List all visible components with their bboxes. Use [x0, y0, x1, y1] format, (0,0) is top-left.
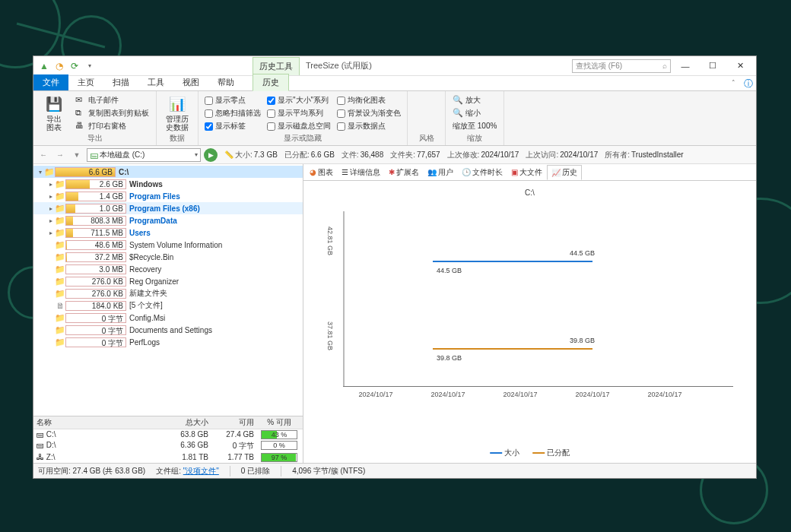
tab-users[interactable]: 👥用户 [424, 166, 457, 179]
tree-row[interactable]: 📁48.6 MBSystem Volume Information [33, 239, 303, 251]
twisty-icon[interactable]: ▸ [47, 193, 55, 200]
twisty-icon[interactable]: ▸ [47, 205, 55, 212]
tree-row[interactable]: ▸📁1.0 GBProgram Files (x86) [33, 202, 303, 214]
ext-icon: ✱ [389, 168, 395, 176]
email-button[interactable]: ✉电子邮件 [73, 94, 151, 106]
tab-extensions[interactable]: ✱扩展名 [385, 166, 423, 179]
ck-bg-gradient[interactable]: 背景设为渐变色 [335, 107, 402, 119]
refresh-icon[interactable]: ⟳ [68, 60, 81, 72]
tab-bigfiles[interactable]: ▣大文件 [507, 166, 546, 179]
tree-row[interactable]: 📁37.2 MB$Recycle.Bin [33, 251, 303, 263]
maximize-button[interactable]: ☐ [700, 58, 726, 74]
tab-history-detail[interactable]: 📈历史 [547, 165, 582, 180]
x-tick: 2024/10/17 [430, 391, 465, 398]
tree-item-name: PerfLogs [129, 338, 160, 347]
ck-show-labels[interactable]: 显示标签 [203, 120, 262, 132]
ck-equalize[interactable]: 均衡化图表 [335, 94, 402, 106]
export-chart-button[interactable]: 💾 导出 图表 [38, 93, 70, 131]
search-options-input[interactable]: 查找选项 (F6) ⌕ [572, 59, 671, 73]
tree-row[interactable]: ▸📁2.6 GBWindows [33, 178, 303, 190]
app-window: ▲ ◔ ⟳ ▾ 历史工具 TreeSize (试用版) 查找选项 (F6) ⌕ … [33, 55, 757, 479]
close-button[interactable]: ✕ [727, 58, 753, 74]
tab-chart[interactable]: ◕图表 [306, 166, 337, 179]
ribbon-group-zoom: 🔍放大 🔍缩小 缩放至 100% 缩放 [446, 91, 504, 145]
ck-show-points[interactable]: 显示数据点 [335, 120, 402, 132]
tab-history[interactable]: 历史 [253, 74, 289, 91]
tab-details[interactable]: ☰详细信息 [338, 166, 384, 179]
status-filter-link[interactable]: "没项文件" [183, 467, 219, 475]
tree-row[interactable]: 🗎184.0 KB[5 个文件] [33, 299, 303, 312]
drive-icon: 🖴 [37, 430, 44, 439]
tree-row[interactable]: 📁0 字节Config.Msi [33, 312, 303, 324]
series-size-line [433, 261, 592, 262]
ck-ignore-filter[interactable]: 忽略扫描筛选 [203, 107, 262, 119]
stat-accessed: 上次访问:2024/10/17 [526, 150, 598, 160]
print-button[interactable]: 🖶打印右窗格 [73, 120, 151, 132]
status-cluster: 4,096 字节/簇 (NTFS) [292, 466, 365, 477]
stat-modified: 上次修改:2024/10/17 [447, 150, 519, 160]
nav-fwd-button[interactable]: → [53, 148, 67, 162]
tab-ages[interactable]: 🕒文件时长 [458, 166, 507, 179]
tree-item-name: 新建文件夹 [129, 288, 167, 299]
ribbon-tabs: 文件 主页 扫描 工具 视图 帮助 历史 ˄ ⓘ [33, 76, 756, 91]
size-bar: 2.6 GB [65, 179, 126, 189]
tab-file[interactable]: 文件 [33, 74, 68, 90]
drive-row[interactable]: 🖴 C:\63.8 GB27.4 GB43 % [33, 429, 303, 440]
manage-history-button[interactable]: 📊 管理历 史数据 [161, 93, 193, 131]
ck-show-total[interactable]: 显示磁盘总空间 [265, 120, 332, 132]
tree-item-name: System Volume Information [129, 241, 222, 249]
chart-icon: 📊 [167, 94, 187, 114]
y-tick-upper: 42.81 GB [326, 226, 334, 255]
tab-help[interactable]: 帮助 [208, 74, 243, 90]
nav-back-button[interactable]: ← [37, 148, 50, 162]
zoom-in-button[interactable]: 🔍放大 [450, 94, 499, 106]
tab-home[interactable]: 主页 [68, 74, 103, 90]
tree-row[interactable]: 📁276.0 KB新建文件夹 [33, 287, 303, 299]
nav-bar: ← → ▼ 🖴 本地磁盘 (C:) ▾ ▶ 📏大小:7.3 GB 已分配:6.6… [33, 146, 756, 164]
zoom-fit-button[interactable]: 缩放至 100% [450, 120, 499, 132]
folder-icon: 📁 [55, 325, 65, 335]
folder-tree[interactable]: ▾📁6.6 GBC:\▸📁2.6 GBWindows▸📁1.4 GBProgra… [33, 164, 303, 416]
tab-scan[interactable]: 扫描 [103, 74, 138, 90]
tree-row[interactable]: 📁276.0 KBReg Organizer [33, 275, 303, 287]
nav-up-button[interactable]: ▼ [70, 148, 84, 162]
ck-show-avg[interactable]: 显示平均系列 [265, 107, 332, 119]
x-tick: 2024/10/17 [647, 391, 681, 398]
tree-row[interactable]: 📁0 字节Documents and Settings [33, 324, 303, 336]
path-input[interactable]: 🖴 本地磁盘 (C:) ▾ [87, 148, 201, 162]
tree-row[interactable]: ▾📁6.6 GBC:\ [33, 166, 303, 178]
drive-row[interactable]: 🖧 Z:\1.81 TB1.77 TB97 % [33, 452, 303, 463]
collapse-ribbon-icon[interactable]: ˄ [732, 79, 742, 90]
tree-row[interactable]: ▸📁1.4 GBProgram Files [33, 190, 303, 202]
tree-row[interactable]: 📁3.0 MBRecovery [33, 263, 303, 275]
twisty-icon[interactable]: ▸ [47, 230, 55, 236]
context-tab-history-tools[interactable]: 历史工具 [253, 57, 300, 75]
twisty-icon[interactable]: ▾ [37, 169, 44, 176]
folder-icon: 📁 [55, 337, 65, 347]
twisty-icon[interactable]: ▸ [47, 181, 55, 188]
twisty-icon[interactable]: ▸ [47, 217, 55, 224]
drive-row[interactable]: 🖴 D:\6.36 GB0 字节0 % [33, 440, 303, 452]
tree-row[interactable]: 📁0 字节PerfLogs [33, 336, 303, 348]
quick-access-toolbar: ▲ ◔ ⟳ ▾ [33, 60, 100, 72]
zoom-out-button[interactable]: 🔍缩小 [450, 107, 499, 119]
copy-chart-button[interactable]: ⧉复制图表到剪贴板 [73, 107, 151, 119]
tree-row[interactable]: ▸📁808.3 MBProgramData [33, 214, 303, 226]
qat-dropdown-icon[interactable]: ▾ [84, 60, 96, 72]
tree-row[interactable]: ▸📁711.5 MBUsers [33, 226, 303, 239]
help-icon[interactable]: ⓘ [744, 78, 753, 90]
folder-icon: 📁 [55, 192, 65, 201]
copy-icon: ⧉ [75, 108, 86, 119]
search-icon: ⌕ [662, 62, 667, 70]
minimize-button[interactable]: — [672, 58, 698, 74]
tab-view[interactable]: 视图 [173, 74, 208, 90]
tree-item-name: Windows [129, 180, 163, 188]
size-label-right: 44.5 GB [570, 249, 595, 257]
ck-show-size[interactable]: 显示"大小"系列 [265, 94, 332, 106]
scan-icon[interactable]: ◔ [53, 60, 65, 72]
go-button[interactable]: ▶ [204, 148, 218, 162]
size-bar: 276.0 KB [65, 277, 126, 287]
tree-item-name: Config.Msi [129, 314, 165, 322]
ck-show-zero[interactable]: 显示零点 [203, 94, 262, 106]
tab-tools[interactable]: 工具 [138, 74, 173, 90]
